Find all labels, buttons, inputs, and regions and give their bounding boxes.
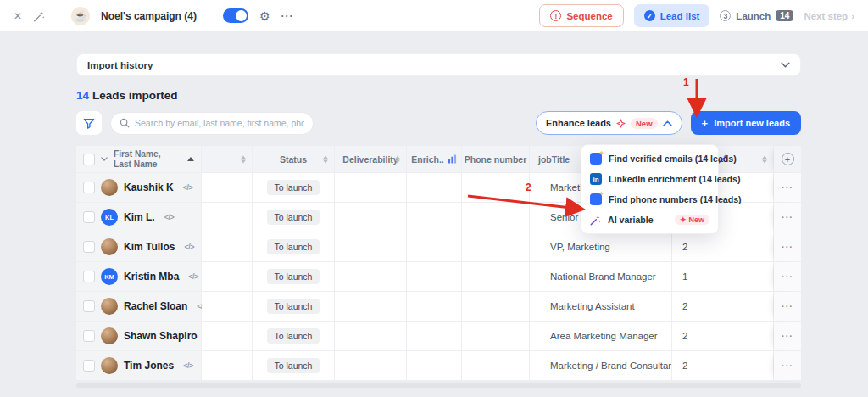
enhance-leads-button[interactable]: Enhance leads New	[536, 111, 682, 135]
lead-name: Shawn Shapiro	[124, 330, 198, 342]
code-icon[interactable]: </>	[164, 213, 175, 221]
controls-row: Enhance leads New + Import new leads	[76, 111, 801, 135]
table-row: Kim Tullos</>To launchVP, Marketing2···	[76, 232, 801, 262]
lead-avatar	[101, 298, 118, 315]
lead-name: Kristin Mba	[124, 271, 179, 282]
sort-icon[interactable]	[241, 155, 246, 163]
more-options-icon[interactable]: ···	[281, 10, 294, 22]
funnel-icon	[83, 118, 95, 129]
row-checkbox[interactable]	[83, 271, 95, 282]
enhance-menu-item[interactable]: inLinkedIn enrichment (14 leads)	[581, 169, 718, 189]
header-phone[interactable]: Phone number	[462, 146, 530, 173]
enhance-leads-label: Enhance leads	[546, 118, 611, 128]
header-actions[interactable]: +	[774, 146, 801, 173]
row-checkbox[interactable]	[83, 211, 95, 223]
close-icon[interactable]: ✕	[14, 10, 22, 22]
lead-phone-cell	[462, 232, 530, 262]
new-badge-label: New	[688, 215, 704, 224]
launch-button[interactable]: 3 Launch 14	[720, 4, 793, 27]
lead-ai-value: 2	[672, 232, 774, 262]
row-actions-button[interactable]: ···	[782, 182, 793, 193]
lead-status-cell: To launch	[253, 292, 335, 322]
next-step-label: Next step	[804, 11, 848, 21]
import-history-bar[interactable]: Import history	[76, 53, 801, 76]
campaign-avatar: ☕	[71, 7, 90, 25]
code-icon[interactable]: </>	[184, 243, 194, 251]
lead-job-title: National Brand Manager	[530, 262, 672, 292]
code-icon[interactable]: </>	[183, 361, 193, 370]
lead-status-badge: To launch	[267, 328, 320, 344]
lead-deliverability-cell	[335, 322, 407, 351]
filter-button[interactable]	[76, 111, 102, 135]
settings-gear-icon[interactable]: ⚙	[259, 9, 270, 23]
import-new-leads-button[interactable]: + Import new leads	[691, 111, 801, 135]
enhance-menu-item[interactable]: AI variable✦New	[581, 210, 718, 230]
header-col2[interactable]	[202, 146, 253, 173]
lead-job-title: VP, Marketing	[530, 232, 672, 262]
enhance-menu-item-label: LinkedIn enrichment (14 leads)	[609, 174, 740, 184]
row-actions-button[interactable]: ···	[782, 271, 793, 282]
lead-enrichment-cell	[407, 322, 462, 351]
lead-actions-cell: ···	[774, 232, 801, 262]
lead-avatar	[101, 357, 118, 374]
lead-job-title: Area Marketing Manager	[530, 322, 672, 351]
horizontal-scrollbar[interactable]	[76, 383, 801, 388]
row-actions-button[interactable]: ···	[782, 242, 793, 252]
topbar-steps: ! Sequence ✓ Lead list 3 Launch 14 Next …	[539, 4, 854, 27]
lead-phone-cell	[462, 351, 530, 381]
lead-actions-cell: ···	[774, 322, 801, 351]
table-row: Tim Jones</>To launchMarketing / Brand C…	[76, 351, 801, 381]
next-step-button[interactable]: Next step ›	[804, 4, 854, 27]
row-actions-button[interactable]: ···	[782, 361, 793, 371]
lead-enrichment-cell	[407, 232, 462, 262]
row-actions-button[interactable]: ···	[782, 331, 793, 341]
search-input[interactable]	[135, 118, 304, 128]
header-name[interactable]: First Name, Last Name	[76, 146, 202, 173]
row-checkbox[interactable]	[83, 241, 95, 253]
leads-count: 14	[76, 89, 89, 102]
header-enrichment[interactable]: Enrich..	[407, 146, 462, 173]
add-column-icon[interactable]: +	[782, 153, 794, 165]
table-row: Rachel Sloan</>To launchMarketing Assist…	[76, 292, 801, 322]
enhance-menu-item-label: AI variable	[608, 215, 654, 225]
sequence-button[interactable]: ! Sequence	[539, 4, 623, 27]
sort-asc-icon[interactable]	[187, 157, 194, 161]
lead-status-badge: To launch	[267, 180, 320, 195]
step-3-circle-icon: 3	[720, 10, 731, 21]
sort-icon[interactable]	[395, 155, 400, 163]
enhance-menu-item[interactable]: ✦Find phone numbers (14 leads)	[581, 189, 718, 210]
lead-ai-value: 1	[672, 262, 774, 292]
row-actions-button[interactable]: ···	[782, 301, 793, 311]
lead-name-cell: Kim Tullos</>	[76, 232, 202, 262]
sort-icon[interactable]	[762, 155, 767, 163]
lead-status-badge: To launch	[267, 210, 320, 225]
header-deliverability[interactable]: Deliverability	[335, 146, 407, 173]
linkedin-icon: in	[590, 173, 602, 185]
sparkle-square-icon: ✦	[590, 153, 602, 165]
sort-icon[interactable]	[323, 155, 328, 163]
row-checkbox[interactable]	[83, 300, 95, 312]
lead-col2-cell	[202, 232, 253, 262]
row-checkbox[interactable]	[83, 182, 95, 193]
rename-wand-icon[interactable]	[33, 10, 45, 22]
lead-list-button[interactable]: ✓ Lead list	[634, 4, 710, 27]
row-checkbox[interactable]	[83, 360, 95, 372]
lead-avatar	[101, 327, 118, 344]
code-icon[interactable]: </>	[183, 183, 193, 192]
row-actions-button[interactable]: ···	[782, 212, 793, 222]
table-row: KMKristin Mba</>To launchNational Brand …	[76, 262, 801, 292]
enhance-menu-item-label: Find phone numbers (14 leads)	[609, 194, 742, 204]
code-icon[interactable]: </>	[188, 272, 198, 281]
topbar-left: ✕ ☕ Noel's campaign (4) ⚙ ···	[14, 7, 294, 25]
header-enrichment-label: Enrich..	[411, 154, 444, 165]
lead-status-cell: To launch	[253, 262, 335, 292]
chevron-down-icon[interactable]	[101, 157, 108, 161]
launch-label: Launch	[736, 11, 771, 21]
row-checkbox[interactable]	[83, 330, 95, 342]
campaign-toggle[interactable]	[223, 8, 248, 23]
chevron-up-icon	[663, 120, 672, 126]
enhance-menu-item[interactable]: ✦Find verified emails (14 leads)	[581, 148, 718, 169]
header-name-label: First Name, Last Name	[114, 149, 175, 169]
select-all-checkbox[interactable]	[83, 154, 95, 165]
header-status[interactable]: Status	[253, 146, 335, 173]
